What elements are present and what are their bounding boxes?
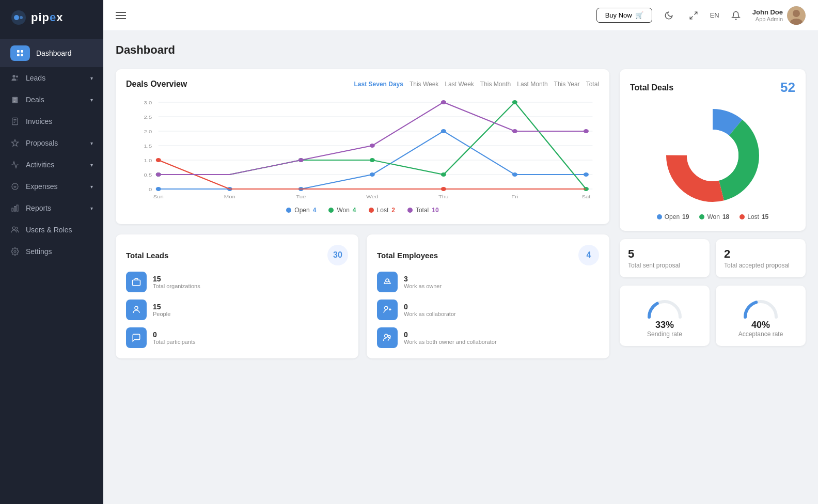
- total-leads-header: Total Leads 30: [126, 245, 348, 265]
- notifications-button[interactable]: [728, 7, 744, 24]
- collaborator-value: 0: [404, 303, 456, 311]
- organizations-label: Total organizations: [153, 283, 200, 289]
- filter-this-week[interactable]: This Week: [410, 81, 438, 88]
- svg-marker-17: [11, 139, 18, 146]
- sidebar-item-label: Deals: [26, 96, 44, 104]
- acceptance-arc-svg: [743, 294, 779, 320]
- donut-legend-lost: Lost 15: [740, 213, 768, 220]
- sidebar-item-proposals[interactable]: Proposals ▾: [0, 132, 103, 154]
- svg-text:Wed: Wed: [366, 194, 378, 199]
- svg-point-27: [793, 10, 800, 17]
- owner-value: 3: [404, 275, 442, 283]
- svg-text:Sat: Sat: [581, 194, 590, 199]
- donut-legend-open: Open 19: [657, 213, 689, 220]
- filter-last-month[interactable]: Last Month: [517, 81, 547, 88]
- donut-dot-lost: [740, 214, 745, 219]
- donut-svg: [661, 104, 764, 207]
- svg-text:Fri: Fri: [511, 194, 518, 199]
- buy-now-button[interactable]: Buy Now 🛒: [596, 8, 652, 23]
- hamburger-line: [116, 18, 126, 19]
- total-employees-header: Total Employees 4: [377, 245, 599, 265]
- stat-item-organizations: 15 Total organizations: [126, 272, 348, 292]
- deals-overview-card: Deals Overview Last Seven Days This Week…: [116, 69, 609, 224]
- person-icon: [126, 300, 147, 320]
- svg-point-7: [12, 75, 15, 77]
- legend-dot-open: [286, 208, 291, 213]
- sidebar-item-deals[interactable]: Deals ▾: [0, 89, 103, 111]
- sidebar-item-settings[interactable]: Settings: [0, 241, 103, 262]
- user-role: App Admin: [752, 16, 783, 22]
- filter-last-seven-days[interactable]: Last Seven Days: [354, 81, 403, 88]
- sending-rate-card: 33% Sending rate: [620, 286, 710, 346]
- stat-item-participants: 0 Total participants: [126, 327, 348, 348]
- filter-this-year[interactable]: This Year: [554, 81, 580, 88]
- svg-point-59: [370, 158, 375, 162]
- total-employees-count: 4: [578, 245, 599, 265]
- accepted-proposal-label: Total accepted proposal: [724, 262, 797, 269]
- sending-rate-value: 33%: [655, 320, 674, 330]
- sidebar-item-dashboard[interactable]: Dashboard: [0, 39, 103, 67]
- cart-icon: 🛒: [635, 11, 643, 19]
- sending-arc-svg: [647, 294, 683, 320]
- total-leads-card: Total Leads 30 15 Total organizations: [116, 234, 358, 358]
- svg-text:Thu: Thu: [438, 194, 448, 199]
- legend-count-lost: 2: [391, 207, 395, 214]
- fullscreen-button[interactable]: [685, 7, 702, 24]
- sidebar-item-label: Expenses: [26, 182, 57, 191]
- top-header: Buy Now 🛒 EN John Doe App Admin: [103, 0, 818, 31]
- svg-point-69: [512, 129, 517, 133]
- filter-this-month[interactable]: This Month: [480, 81, 511, 88]
- time-filters: Last Seven Days This Week Last Week This…: [354, 81, 599, 88]
- sidebar-item-expenses[interactable]: Expenses ▾: [0, 176, 103, 197]
- filter-last-week[interactable]: Last Week: [445, 81, 474, 88]
- dark-mode-button[interactable]: [660, 7, 677, 24]
- legend-open: Open 4: [286, 207, 316, 214]
- donut-dot-won: [699, 214, 704, 219]
- sidebar-item-reports[interactable]: Reports ▾: [0, 197, 103, 219]
- collaborator-label: Work as collaborator: [404, 311, 456, 317]
- svg-point-83: [687, 130, 738, 181]
- sidebar-item-label: Reports: [26, 204, 51, 212]
- svg-text:Mon: Mon: [224, 194, 235, 199]
- language-selector[interactable]: EN: [710, 11, 719, 19]
- acceptance-rate-value: 40%: [751, 320, 770, 330]
- person-add-icon: [377, 300, 398, 320]
- main-column: Deals Overview Last Seven Days This Week…: [116, 69, 609, 358]
- sidebar-item-users-roles[interactable]: Users & Roles: [0, 219, 103, 241]
- sending-arc: [647, 294, 683, 320]
- svg-rect-21: [17, 205, 18, 211]
- svg-text:Sun: Sun: [153, 194, 164, 199]
- chat-icon: [126, 327, 147, 348]
- svg-text:1.5: 1.5: [144, 144, 152, 149]
- svg-text:Tue: Tue: [296, 194, 306, 199]
- sidebar-item-label: Settings: [26, 247, 52, 256]
- chevron-down-icon: ▾: [90, 97, 93, 103]
- sidebar-item-activities[interactable]: Activities ▾: [0, 154, 103, 176]
- participants-label: Total participants: [153, 339, 196, 345]
- svg-point-65: [156, 172, 161, 177]
- avatar[interactable]: [787, 6, 806, 25]
- user-info: John Doe App Admin: [752, 6, 806, 25]
- svg-point-66: [298, 158, 304, 162]
- settings-icon: [10, 247, 20, 256]
- svg-point-56: [584, 172, 589, 177]
- sidebar-item-leads[interactable]: Leads ▾: [0, 67, 103, 89]
- legend-count-won: 4: [353, 207, 356, 214]
- svg-point-1: [14, 15, 19, 20]
- hamburger-menu[interactable]: [116, 12, 126, 19]
- svg-point-2: [20, 16, 23, 19]
- total-employees-items: 3 Work as owner 0 Work as col: [377, 272, 599, 348]
- svg-point-74: [386, 279, 389, 282]
- sidebar-item-invoices[interactable]: Invoices: [0, 111, 103, 132]
- legend-count-total: 10: [432, 207, 438, 214]
- svg-rect-3: [17, 50, 20, 53]
- user-name: John Doe: [752, 8, 783, 16]
- activities-icon: [10, 160, 20, 169]
- chevron-down-icon: ▾: [90, 75, 93, 81]
- deals-icon: [10, 95, 20, 104]
- chart-legend: Open 4 Won 4 Lost 2: [126, 207, 599, 214]
- svg-point-53: [370, 172, 375, 177]
- logo-text: pipex: [31, 11, 64, 24]
- filter-total[interactable]: Total: [586, 81, 599, 88]
- deals-chart: 3.0 2.5 2.0 1.5 1.0 0.5 0 Sun Mon Tue We…: [126, 97, 599, 200]
